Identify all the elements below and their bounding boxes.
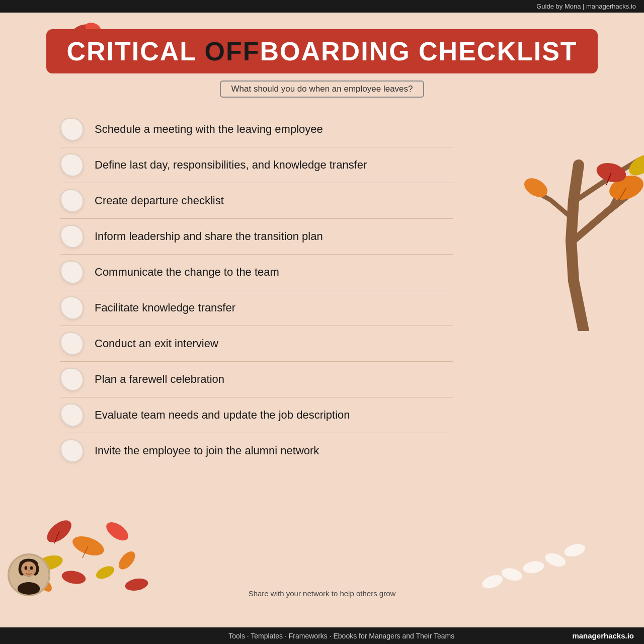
svg-point-37 bbox=[30, 566, 33, 570]
checklist-item-5[interactable]: Communicate the change to the team bbox=[60, 255, 453, 290]
svg-point-20 bbox=[116, 548, 138, 572]
subtitle-badge: What should you do when an employee leav… bbox=[220, 80, 424, 98]
checklist-item-8[interactable]: Plan a farewell celebration bbox=[60, 362, 453, 397]
checkbox-blob-6[interactable] bbox=[60, 296, 84, 319]
bottom-bar-brand: managerhacks.io bbox=[572, 631, 634, 640]
checkbox-blob-10[interactable] bbox=[60, 439, 84, 462]
title-text: CRITICAL OFFBOARDING CHECKLIST bbox=[66, 37, 577, 66]
subtitle-text: What should you do when an employee leav… bbox=[231, 84, 413, 94]
svg-point-39 bbox=[18, 582, 40, 595]
bottom-bar: Tools · Templates · Frameworks · Ebooks … bbox=[0, 627, 644, 644]
svg-point-28 bbox=[543, 551, 568, 569]
checklist-item-text-8: Plan a farewell celebration bbox=[95, 372, 224, 387]
checklist-item-text-6: Facilitate knowledge transfer bbox=[95, 301, 235, 315]
checklist-item-10[interactable]: Invite the employee to join the alumni n… bbox=[60, 433, 453, 468]
svg-point-36 bbox=[25, 566, 28, 570]
checklist-item-1[interactable]: Schedule a meeting with the leaving empl… bbox=[60, 112, 453, 147]
checkbox-blob-5[interactable] bbox=[60, 261, 84, 284]
checklist-item-9[interactable]: Evaluate team needs and update the job d… bbox=[60, 397, 453, 433]
checklist-item-text-5: Communicate the change to the team bbox=[95, 265, 279, 280]
share-text: Share with your network to help others g… bbox=[249, 589, 396, 598]
checkbox-blob-7[interactable] bbox=[60, 332, 84, 355]
svg-point-29 bbox=[563, 542, 587, 558]
checklist-item-text-7: Conduct an exit interview bbox=[95, 337, 218, 351]
checklist: Schedule a meeting with the leaving empl… bbox=[0, 112, 644, 468]
checklist-item-2[interactable]: Define last day, responsibilities, and k… bbox=[60, 147, 453, 183]
title-section: CRITICAL OFFBOARDING CHECKLIST What shou… bbox=[0, 14, 644, 98]
title-badge: CRITICAL OFFBOARDING CHECKLIST bbox=[46, 29, 597, 73]
svg-point-25 bbox=[480, 573, 505, 591]
bottom-bar-center: Tools · Templates · Frameworks · Ebooks … bbox=[111, 632, 572, 640]
svg-point-21 bbox=[61, 569, 87, 586]
checkbox-blob-9[interactable] bbox=[60, 404, 84, 427]
checkbox-blob-3[interactable] bbox=[60, 189, 84, 212]
footprints-decoration bbox=[478, 533, 604, 594]
checklist-item-text-9: Evaluate team needs and update the job d… bbox=[95, 408, 350, 423]
top-bar: Guide by Mona | managerhacks.io bbox=[0, 0, 644, 13]
svg-point-14 bbox=[43, 516, 75, 547]
checklist-item-text-4: Inform leadership and share the transiti… bbox=[95, 229, 323, 244]
svg-point-26 bbox=[500, 566, 524, 583]
svg-point-22 bbox=[94, 564, 116, 581]
checkbox-blob-8[interactable] bbox=[60, 368, 84, 391]
svg-point-38 bbox=[28, 570, 30, 572]
checklist-item-text-1: Schedule a meeting with the leaving empl… bbox=[95, 122, 323, 137]
checklist-item-6[interactable]: Facilitate knowledge transfer bbox=[60, 290, 453, 326]
svg-point-24 bbox=[124, 577, 149, 593]
avatar bbox=[8, 553, 50, 596]
checkbox-blob-2[interactable] bbox=[60, 153, 84, 177]
share-text-label: Share with your network to help others g… bbox=[249, 589, 396, 598]
svg-point-27 bbox=[522, 559, 545, 575]
checklist-item-3[interactable]: Create departure checklist bbox=[60, 183, 453, 219]
checklist-item-7[interactable]: Conduct an exit interview bbox=[60, 326, 453, 362]
checklist-item-4[interactable]: Inform leadership and share the transiti… bbox=[60, 219, 453, 255]
checklist-item-text-10: Invite the employee to join the alumni n… bbox=[95, 444, 319, 458]
checkbox-blob-1[interactable] bbox=[60, 118, 84, 141]
svg-point-16 bbox=[70, 532, 107, 559]
checklist-item-text-2: Define last day, responsibilities, and k… bbox=[95, 158, 367, 173]
main-content: CRITICAL OFFBOARDING CHECKLIST What shou… bbox=[0, 14, 644, 624]
checkbox-blob-4[interactable] bbox=[60, 225, 84, 248]
off-highlight: OFF bbox=[205, 37, 260, 66]
svg-point-19 bbox=[103, 519, 131, 544]
top-bar-text: Guide by Mona | managerhacks.io bbox=[536, 3, 636, 10]
checklist-item-text-3: Create departure checklist bbox=[95, 194, 224, 208]
